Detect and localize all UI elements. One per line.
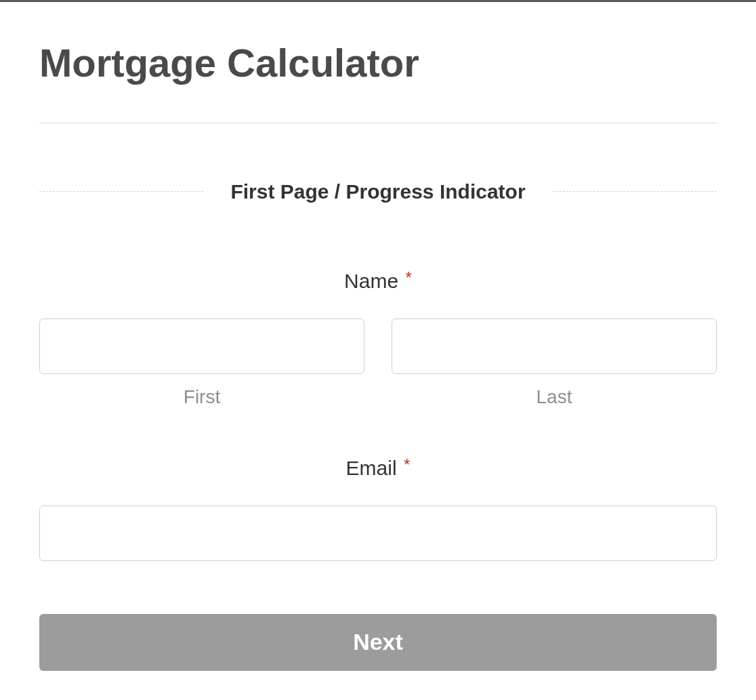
name-required-mark: * <box>406 268 412 287</box>
email-required-mark: * <box>404 455 410 474</box>
section-heading-label: First Page / Progress Indicator <box>230 180 525 203</box>
email-field-block: Email * <box>39 457 717 561</box>
top-divider <box>0 0 756 2</box>
name-field-block: Name * First Last <box>39 270 717 408</box>
last-name-sublabel: Last <box>392 386 717 408</box>
page-title: Mortgage Calculator <box>39 41 717 85</box>
last-name-input[interactable] <box>392 318 717 374</box>
email-label-row: Email * <box>39 457 717 480</box>
next-button[interactable]: Next <box>39 614 717 671</box>
email-input[interactable] <box>39 506 717 561</box>
section-dash-right <box>553 191 717 192</box>
page-container: Mortgage Calculator First Page / Progres… <box>0 41 756 671</box>
section-heading: First Page / Progress Indicator <box>39 180 717 203</box>
email-row <box>39 506 717 561</box>
section-dash-left <box>39 191 203 192</box>
first-name-column: First <box>39 318 364 408</box>
title-rule <box>39 123 717 123</box>
first-name-input[interactable] <box>39 318 364 374</box>
first-name-sublabel: First <box>39 386 364 408</box>
name-label-row: Name * <box>39 270 717 293</box>
last-name-column: Last <box>392 318 717 408</box>
name-fields-row: First Last <box>39 318 717 408</box>
name-label: Name <box>344 270 398 292</box>
email-label: Email <box>346 457 397 479</box>
